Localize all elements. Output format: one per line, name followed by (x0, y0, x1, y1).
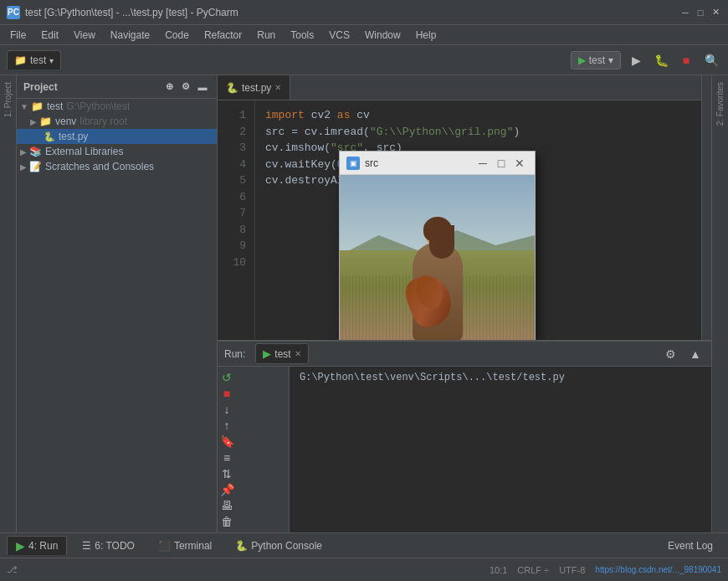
expand-arrow: ▶ (20, 147, 27, 157)
sort-button[interactable]: ⇅ (218, 466, 236, 481)
collapse-icon[interactable]: ▬ (195, 80, 210, 95)
run-tab-close[interactable]: ✕ (295, 349, 301, 358)
line-separator[interactable]: CRLF ÷ (517, 565, 549, 575)
project-tab-label: test (30, 54, 46, 66)
trash-button[interactable]: 🗑 (218, 515, 236, 529)
tree-item-label: test.py (59, 131, 88, 142)
run-config-label: test (589, 54, 605, 66)
stop-button[interactable]: ■ (676, 50, 696, 70)
menu-help[interactable]: Help (409, 28, 443, 43)
tree-item-external-libs[interactable]: ▶ 📚 External Libraries (17, 144, 217, 159)
run-icon: ▶ (578, 54, 586, 66)
float-src-window[interactable]: ▣ src ─ □ ✕ (339, 151, 536, 340)
scroll-up-button[interactable]: ↑ (218, 419, 236, 433)
menu-edit[interactable]: Edit (34, 28, 65, 43)
menu-tools[interactable]: Tools (284, 28, 320, 43)
run-tab[interactable]: ▶ test ✕ (255, 343, 308, 364)
tree-item-sublabel: library root (79, 116, 127, 127)
editor-scrollbar[interactable] (701, 75, 711, 340)
tree-item-label: Scratches and Consoles (45, 161, 154, 172)
scroll-end-button[interactable]: ↓ (218, 402, 236, 416)
encoding[interactable]: UTF-8 (559, 565, 585, 575)
url-status: https://blog.csdn.net/..._98190041 (595, 565, 721, 574)
print-button[interactable]: 🖶 (218, 499, 236, 513)
pin-button[interactable]: 📌 (218, 482, 236, 496)
expand-arrow: ▼ (20, 102, 28, 111)
chevron-down-icon: ▾ (49, 56, 54, 65)
run-config-button[interactable]: ▶ test ▾ (571, 51, 621, 69)
python-console-tab[interactable]: 🐍 Python Console (227, 537, 331, 554)
code-line-1: import cv2 as cv (265, 107, 691, 124)
bottom-area: ↺ ■ ↓ ↑ 🔖 ≡ ⇅ 📌 🖶 🗑 G:\Python\test\venv\… (218, 367, 711, 532)
folder-icon: 📁 (31, 100, 44, 112)
float-maximize-button[interactable]: □ (493, 155, 510, 172)
bottom-bar: ▶ 4: Run ☰ 6: TODO ⬛ Terminal 🐍 Python C… (0, 532, 728, 558)
project-vertical-label[interactable]: 1: Project (3, 82, 13, 117)
todo-icon: ☰ (82, 540, 91, 552)
tree-item-test-folder[interactable]: ▼ 📁 test G:\Python\test (17, 99, 217, 114)
float-minimize-button[interactable]: ─ (474, 155, 491, 172)
todo-tab[interactable]: ☰ 6: TODO (74, 537, 143, 554)
debug-button[interactable]: 🐛 (651, 50, 671, 70)
tree-item-label: venv (55, 116, 76, 127)
tree-item-venv[interactable]: ▶ 📁 venv library root (17, 114, 217, 129)
menu-refactor[interactable]: Refactor (197, 28, 249, 43)
expand-arrow: ▶ (30, 117, 37, 126)
panel-header-icons: ⊕ ⚙ ▬ (161, 80, 210, 95)
run-tab-icon: ▶ (263, 347, 271, 360)
structure-vertical-label[interactable]: 2: Favorites (715, 82, 725, 126)
editor-content[interactable]: 1 2 3 4 5 6 7 8 9 10 import cv2 as (218, 100, 701, 340)
tab-close-icon[interactable]: ✕ (274, 83, 281, 92)
float-close-button[interactable]: ✕ (511, 155, 528, 172)
restart-button[interactable]: ↺ (218, 370, 236, 384)
terminal-icon: ⬛ (158, 540, 171, 552)
run-tab-label: test (274, 348, 290, 360)
left-sidebar-strip: 1: Project (0, 75, 17, 532)
code-line-3: src = cv.imread("G:\\Python\\gril.png") (265, 124, 691, 141)
tree-item-path: G:\Python\test (66, 100, 130, 112)
stop-button[interactable]: ■ (218, 386, 236, 400)
title-bar-left: PC test [G:\Python\test] - ...\test.py [… (7, 6, 238, 19)
run-button[interactable]: ▶ (626, 50, 646, 70)
terminal-tab[interactable]: ⬛ Terminal (150, 537, 220, 554)
python-icon: 🐍 (235, 540, 248, 552)
menu-navigate[interactable]: Navigate (104, 28, 156, 43)
tree-item-scratches[interactable]: ▶ 📝 Scratches and Consoles (17, 159, 217, 174)
menu-view[interactable]: View (67, 28, 102, 43)
menu-code[interactable]: Code (158, 28, 196, 43)
search-button[interactable]: 🔍 (701, 50, 721, 70)
libs-icon: 📚 (29, 146, 42, 157)
editor-tab-testpy[interactable]: 🐍 test.py ✕ (218, 75, 290, 100)
project-panel: Project ⊕ ⚙ ▬ ▼ 📁 test G:\Python\test ▶ … (17, 75, 218, 532)
expand-arrow: ▶ (20, 162, 27, 172)
minimize-button[interactable]: ─ (679, 7, 691, 18)
bottom-tabs: Run: ▶ test ✕ ⚙ ▲ (218, 342, 711, 367)
run-bottom-label: 4: Run (28, 540, 58, 552)
bottom-panel: Run: ▶ test ✕ ⚙ ▲ ↺ ■ ↓ (218, 340, 711, 532)
add-icon[interactable]: ⊕ (161, 80, 177, 95)
soft-wrap-button[interactable]: ≡ (218, 450, 236, 465)
dropdown-icon: ▾ (608, 54, 613, 66)
gear-icon[interactable]: ⚙ (178, 80, 193, 95)
run-bottom-tab[interactable]: ▶ 4: Run (7, 536, 67, 555)
app-window: PC test [G:\Python\test] - ...\test.py [… (0, 0, 728, 581)
float-content (340, 175, 535, 340)
title-bar-controls: ─ □ ✕ (679, 7, 721, 18)
maximize-button[interactable]: □ (695, 7, 706, 18)
settings-icon-btn[interactable]: ⚙ (661, 345, 679, 363)
menu-vcs[interactable]: VCS (322, 28, 356, 43)
menu-window[interactable]: Window (358, 28, 408, 43)
tree-item-testpy[interactable]: 🐍 test.py (17, 129, 217, 144)
close-button[interactable]: ✕ (710, 7, 721, 18)
event-log-tab[interactable]: Event Log (659, 537, 721, 554)
content-area: 🐍 test.py ✕ 1 2 3 4 5 6 (218, 75, 711, 532)
menu-file[interactable]: File (3, 28, 33, 43)
bookmark-button[interactable]: 🔖 (218, 434, 236, 449)
middle-area: 1: Project Project ⊕ ⚙ ▬ ▼ 📁 test G:\Pyt… (0, 75, 728, 532)
menu-run[interactable]: Run (250, 28, 282, 43)
app-icon: PC (7, 6, 20, 19)
title-bar: PC test [G:\Python\test] - ...\test.py [… (0, 0, 728, 25)
project-tab[interactable]: 📁 test ▾ (7, 50, 61, 69)
maximize-panel-btn[interactable]: ▲ (686, 345, 705, 363)
float-window-title: src (365, 157, 469, 169)
